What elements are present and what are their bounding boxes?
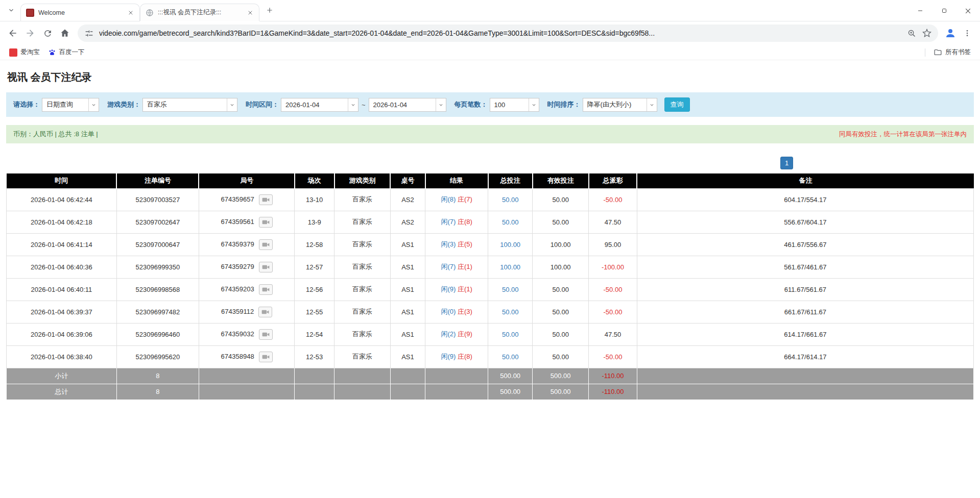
result-player: 闲(3)	[441, 240, 456, 248]
url-text[interactable]: videoie.com/game/betrecord_search/kind3?…	[99, 29, 901, 37]
back-arrow-icon	[8, 28, 18, 38]
minimize-button[interactable]	[908, 0, 932, 21]
site-info-icon[interactable]	[84, 28, 94, 38]
round-id-text: 674359561	[221, 217, 254, 225]
cell-payout: -50.00	[589, 345, 637, 368]
back-button[interactable]	[4, 24, 21, 42]
home-button[interactable]	[56, 24, 74, 42]
video-replay-button[interactable]	[259, 284, 273, 295]
video-replay-button[interactable]	[258, 307, 272, 317]
round-id-text: 674359657	[221, 195, 254, 203]
forward-button[interactable]	[21, 24, 39, 42]
cell-bet-id: 523097003527	[116, 188, 199, 211]
cell-session: 12-53	[295, 345, 334, 368]
per-page-select[interactable]: 100	[490, 98, 539, 112]
search-button[interactable]: 查询	[664, 97, 690, 112]
round-id-text: 674359112	[221, 307, 254, 315]
per-page-value: 100	[490, 101, 529, 109]
cell-time: 2026-01-04 06:39:06	[7, 323, 117, 345]
cell-session: 12-57	[295, 256, 334, 278]
sort-select[interactable]: 降幂(由大到小)	[583, 98, 657, 112]
video-replay-button[interactable]	[259, 239, 273, 250]
cell-total-bet[interactable]: 50.00	[488, 301, 533, 323]
maximize-button[interactable]	[932, 0, 956, 21]
cell-time: 2026-01-04 06:42:18	[7, 211, 117, 233]
cell-total-bet[interactable]: 50.00	[488, 188, 533, 211]
header-bet-id: 注单编号	[116, 173, 199, 188]
video-replay-button[interactable]	[259, 329, 273, 340]
video-camera-icon	[261, 309, 269, 315]
table-header-row: 时间 注单编号 局号 场次 游戏类别 桌号 结果 总投注 有效投注 总派彩 备注	[7, 173, 974, 188]
bookmark-star-icon[interactable]	[922, 28, 932, 38]
tab-close-icon[interactable]	[126, 8, 135, 17]
subtotal-row: 小计 8 500.00 500.00 -110.00	[7, 368, 974, 384]
video-replay-button[interactable]	[259, 262, 273, 272]
tab-search-button[interactable]	[4, 3, 18, 17]
round-id-text: 674358948	[221, 352, 254, 360]
cell-total-bet[interactable]: 50.00	[488, 345, 533, 368]
query-type-select[interactable]: 日期查询	[42, 98, 99, 112]
bookmark-label: 爱淘宝	[20, 48, 40, 57]
total-row: 总计 8 500.00 500.00 -110.00	[7, 384, 974, 400]
date-start-select[interactable]: 2026-01-04	[281, 98, 358, 112]
all-bookmarks-button[interactable]: 所有书签	[929, 46, 975, 58]
cell-time: 2026-01-04 06:40:11	[7, 278, 117, 301]
query-type-label: 请选择：	[13, 100, 40, 109]
date-end-select[interactable]: 2026-01-04	[369, 98, 446, 112]
cell-remark: 661.67/611.67	[637, 301, 973, 323]
aitaobao-icon	[9, 48, 17, 57]
tab-favicon-globe	[146, 9, 154, 17]
game-kind-select[interactable]: 百家乐	[142, 98, 237, 112]
cell-round-id: 674359561	[199, 211, 295, 233]
round-id-text: 674359032	[221, 330, 254, 337]
chevron-down-icon[interactable]	[436, 98, 446, 111]
person-icon	[944, 27, 957, 39]
video-replay-button[interactable]	[259, 194, 273, 205]
result-banker: 庄(1)	[458, 263, 472, 270]
zoom-icon[interactable]	[906, 28, 917, 38]
empty-cell	[334, 368, 391, 384]
cell-total-bet[interactable]: 50.00	[488, 211, 533, 233]
cell-round-id: 674359279	[199, 256, 295, 278]
chevron-down-icon[interactable]	[647, 98, 657, 111]
cell-total-bet[interactable]: 100.00	[488, 233, 533, 256]
profile-avatar[interactable]	[942, 25, 959, 41]
tab-betrecord[interactable]: :::视讯 会员下注纪录:::	[140, 4, 259, 21]
cell-total-bet[interactable]: 50.00	[488, 323, 533, 345]
maximize-icon	[941, 8, 947, 14]
cell-time: 2026-01-04 06:40:36	[7, 256, 117, 278]
bookmark-aitaobao[interactable]: 爱淘宝	[5, 46, 44, 58]
cell-bet-id: 523096999350	[116, 256, 199, 278]
all-bookmarks-label: 所有书签	[945, 48, 971, 57]
cell-session: 13-9	[295, 211, 334, 233]
empty-cell	[334, 384, 391, 400]
cell-payout: -50.00	[589, 301, 637, 323]
video-replay-button[interactable]	[259, 352, 273, 362]
page-1-button[interactable]: 1	[780, 157, 793, 169]
table-row: 2026-01-04 06:39:37 523096997482 6743591…	[7, 301, 974, 323]
chevron-down-icon[interactable]	[348, 98, 358, 111]
table-row: 2026-01-04 06:38:40 523096995620 6743589…	[7, 345, 974, 368]
close-window-button[interactable]	[956, 0, 980, 21]
chevron-down-icon[interactable]	[529, 98, 539, 111]
video-replay-button[interactable]	[259, 217, 273, 228]
result-banker: 庄(5)	[458, 240, 472, 248]
browser-menu-button[interactable]	[959, 24, 976, 42]
new-tab-button[interactable]	[262, 3, 277, 17]
chevron-down-icon[interactable]	[227, 98, 237, 111]
cell-session: 12-54	[295, 323, 334, 345]
tab-close-icon[interactable]	[246, 8, 255, 17]
address-bar[interactable]: videoie.com/game/betrecord_search/kind3?…	[78, 24, 938, 42]
refresh-button[interactable]	[39, 24, 56, 42]
tab-favicon-welcome	[26, 9, 34, 17]
bookmark-baidu[interactable]: 百度一下	[44, 46, 89, 58]
cell-total-bet[interactable]: 50.00	[488, 278, 533, 301]
tab-welcome[interactable]: Welcome	[20, 4, 140, 21]
cell-time: 2026-01-04 06:39:37	[7, 301, 117, 323]
result-player: 闲(2)	[441, 330, 456, 338]
total-count: 8	[116, 384, 199, 400]
chevron-down-icon[interactable]	[88, 98, 99, 111]
cell-payout: 47.50	[589, 211, 637, 233]
cell-valid-bet: 100.00	[533, 256, 589, 278]
cell-total-bet[interactable]: 100.00	[488, 256, 533, 278]
